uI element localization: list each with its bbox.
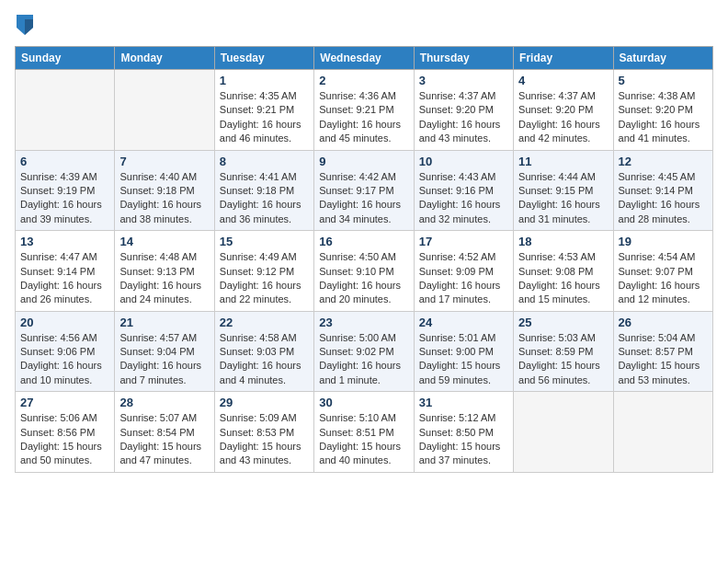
day-info: Sunrise: 4:39 AM Sunset: 9:19 PM Dayligh… bbox=[20, 170, 109, 227]
day-number: 21 bbox=[119, 316, 209, 329]
calendar-cell: 2Sunrise: 4:36 AM Sunset: 9:21 PM Daylig… bbox=[314, 70, 414, 151]
calendar-week-row: 13Sunrise: 4:47 AM Sunset: 9:14 PM Dayli… bbox=[16, 231, 713, 312]
calendar-cell: 20Sunrise: 4:56 AM Sunset: 9:06 PM Dayli… bbox=[16, 311, 115, 392]
day-info: Sunrise: 4:49 AM Sunset: 9:12 PM Dayligh… bbox=[220, 250, 309, 307]
day-info: Sunrise: 5:00 AM Sunset: 9:02 PM Dayligh… bbox=[319, 331, 408, 388]
day-info: Sunrise: 4:57 AM Sunset: 9:04 PM Dayligh… bbox=[119, 331, 209, 388]
calendar-week-row: 6Sunrise: 4:39 AM Sunset: 9:19 PM Daylig… bbox=[16, 150, 713, 231]
logo-icon bbox=[17, 15, 33, 35]
day-number: 16 bbox=[319, 235, 408, 248]
day-number: 15 bbox=[220, 235, 309, 248]
logo bbox=[15, 15, 37, 35]
calendar-cell: 26Sunrise: 5:04 AM Sunset: 8:57 PM Dayli… bbox=[613, 311, 712, 392]
day-info: Sunrise: 5:07 AM Sunset: 8:54 PM Dayligh… bbox=[119, 411, 209, 468]
day-number: 9 bbox=[319, 155, 408, 168]
day-number: 1 bbox=[220, 74, 309, 87]
day-number: 8 bbox=[220, 155, 309, 168]
weekday-header-saturday: Saturday bbox=[613, 47, 712, 70]
day-info: Sunrise: 5:06 AM Sunset: 8:56 PM Dayligh… bbox=[20, 411, 109, 468]
day-info: Sunrise: 5:10 AM Sunset: 8:51 PM Dayligh… bbox=[319, 411, 408, 468]
calendar-cell: 22Sunrise: 4:58 AM Sunset: 9:03 PM Dayli… bbox=[214, 311, 313, 392]
calendar-cell: 11Sunrise: 4:44 AM Sunset: 9:15 PM Dayli… bbox=[514, 150, 613, 231]
calendar-cell: 3Sunrise: 4:37 AM Sunset: 9:20 PM Daylig… bbox=[414, 70, 513, 151]
day-info: Sunrise: 4:44 AM Sunset: 9:15 PM Dayligh… bbox=[518, 170, 608, 227]
day-number: 25 bbox=[518, 316, 608, 329]
calendar-cell: 9Sunrise: 4:42 AM Sunset: 9:17 PM Daylig… bbox=[314, 150, 414, 231]
calendar-week-row: 27Sunrise: 5:06 AM Sunset: 8:56 PM Dayli… bbox=[16, 392, 713, 473]
day-number: 18 bbox=[518, 235, 608, 248]
calendar-cell bbox=[514, 392, 613, 473]
day-number: 30 bbox=[319, 396, 408, 409]
day-info: Sunrise: 4:50 AM Sunset: 9:10 PM Dayligh… bbox=[319, 250, 408, 307]
day-number: 5 bbox=[619, 74, 708, 87]
calendar-cell: 19Sunrise: 4:54 AM Sunset: 9:07 PM Dayli… bbox=[613, 231, 712, 312]
calendar-cell: 16Sunrise: 4:50 AM Sunset: 9:10 PM Dayli… bbox=[314, 231, 414, 312]
day-info: Sunrise: 4:54 AM Sunset: 9:07 PM Dayligh… bbox=[619, 250, 708, 307]
day-info: Sunrise: 5:04 AM Sunset: 8:57 PM Dayligh… bbox=[619, 331, 708, 388]
day-info: Sunrise: 4:52 AM Sunset: 9:09 PM Dayligh… bbox=[419, 250, 508, 307]
day-info: Sunrise: 4:48 AM Sunset: 9:13 PM Dayligh… bbox=[119, 250, 209, 307]
day-info: Sunrise: 4:47 AM Sunset: 9:14 PM Dayligh… bbox=[20, 250, 109, 307]
weekday-header-monday: Monday bbox=[115, 47, 214, 70]
page: SundayMondayTuesdayWednesdayThursdayFrid… bbox=[0, 0, 728, 563]
calendar-cell: 31Sunrise: 5:12 AM Sunset: 8:50 PM Dayli… bbox=[414, 392, 513, 473]
calendar-cell: 27Sunrise: 5:06 AM Sunset: 8:56 PM Dayli… bbox=[16, 392, 115, 473]
calendar-cell: 7Sunrise: 4:40 AM Sunset: 9:18 PM Daylig… bbox=[115, 150, 214, 231]
calendar-cell: 5Sunrise: 4:38 AM Sunset: 9:20 PM Daylig… bbox=[613, 70, 712, 151]
day-number: 27 bbox=[20, 396, 109, 409]
day-info: Sunrise: 4:37 AM Sunset: 9:20 PM Dayligh… bbox=[518, 89, 608, 146]
weekday-header-tuesday: Tuesday bbox=[214, 47, 313, 70]
day-info: Sunrise: 5:12 AM Sunset: 8:50 PM Dayligh… bbox=[419, 411, 508, 468]
day-info: Sunrise: 4:56 AM Sunset: 9:06 PM Dayligh… bbox=[20, 331, 109, 388]
weekday-header-sunday: Sunday bbox=[16, 47, 115, 70]
calendar-week-row: 20Sunrise: 4:56 AM Sunset: 9:06 PM Dayli… bbox=[16, 311, 713, 392]
day-info: Sunrise: 5:03 AM Sunset: 8:59 PM Dayligh… bbox=[518, 331, 608, 388]
day-info: Sunrise: 4:37 AM Sunset: 9:20 PM Dayligh… bbox=[419, 89, 508, 146]
day-info: Sunrise: 4:38 AM Sunset: 9:20 PM Dayligh… bbox=[619, 89, 708, 146]
calendar-cell: 1Sunrise: 4:35 AM Sunset: 9:21 PM Daylig… bbox=[214, 70, 313, 151]
calendar-cell: 4Sunrise: 4:37 AM Sunset: 9:20 PM Daylig… bbox=[514, 70, 613, 151]
day-info: Sunrise: 5:01 AM Sunset: 9:00 PM Dayligh… bbox=[419, 331, 508, 388]
calendar-cell: 29Sunrise: 5:09 AM Sunset: 8:53 PM Dayli… bbox=[214, 392, 313, 473]
day-number: 29 bbox=[220, 396, 309, 409]
day-number: 3 bbox=[419, 74, 508, 87]
day-number: 20 bbox=[20, 316, 109, 329]
calendar-cell: 13Sunrise: 4:47 AM Sunset: 9:14 PM Dayli… bbox=[16, 231, 115, 312]
calendar-cell: 24Sunrise: 5:01 AM Sunset: 9:00 PM Dayli… bbox=[414, 311, 513, 392]
weekday-header-thursday: Thursday bbox=[414, 47, 513, 70]
day-number: 11 bbox=[518, 155, 608, 168]
calendar-cell: 28Sunrise: 5:07 AM Sunset: 8:54 PM Dayli… bbox=[115, 392, 214, 473]
day-info: Sunrise: 4:43 AM Sunset: 9:16 PM Dayligh… bbox=[419, 170, 508, 227]
day-info: Sunrise: 4:40 AM Sunset: 9:18 PM Dayligh… bbox=[119, 170, 209, 227]
day-number: 7 bbox=[119, 155, 209, 168]
day-info: Sunrise: 4:35 AM Sunset: 9:21 PM Dayligh… bbox=[220, 89, 309, 146]
day-info: Sunrise: 4:53 AM Sunset: 9:08 PM Dayligh… bbox=[518, 250, 608, 307]
day-info: Sunrise: 4:45 AM Sunset: 9:14 PM Dayligh… bbox=[619, 170, 708, 227]
weekday-header-wednesday: Wednesday bbox=[314, 47, 414, 70]
header bbox=[15, 15, 713, 35]
day-number: 19 bbox=[619, 235, 708, 248]
calendar-cell bbox=[16, 70, 115, 151]
day-info: Sunrise: 4:36 AM Sunset: 9:21 PM Dayligh… bbox=[319, 89, 408, 146]
day-number: 14 bbox=[119, 235, 209, 248]
day-number: 12 bbox=[619, 155, 708, 168]
day-number: 28 bbox=[119, 396, 209, 409]
day-number: 2 bbox=[319, 74, 408, 87]
calendar-cell bbox=[613, 392, 712, 473]
day-number: 10 bbox=[419, 155, 508, 168]
calendar-cell: 12Sunrise: 4:45 AM Sunset: 9:14 PM Dayli… bbox=[613, 150, 712, 231]
day-number: 23 bbox=[319, 316, 408, 329]
day-number: 26 bbox=[619, 316, 708, 329]
day-number: 13 bbox=[20, 235, 109, 248]
calendar-cell: 17Sunrise: 4:52 AM Sunset: 9:09 PM Dayli… bbox=[414, 231, 513, 312]
calendar-cell: 21Sunrise: 4:57 AM Sunset: 9:04 PM Dayli… bbox=[115, 311, 214, 392]
day-info: Sunrise: 4:41 AM Sunset: 9:18 PM Dayligh… bbox=[220, 170, 309, 227]
weekday-header-friday: Friday bbox=[514, 47, 613, 70]
day-info: Sunrise: 4:58 AM Sunset: 9:03 PM Dayligh… bbox=[220, 331, 309, 388]
day-number: 24 bbox=[419, 316, 508, 329]
calendar-cell: 8Sunrise: 4:41 AM Sunset: 9:18 PM Daylig… bbox=[214, 150, 313, 231]
calendar-cell: 23Sunrise: 5:00 AM Sunset: 9:02 PM Dayli… bbox=[314, 311, 414, 392]
calendar-cell: 14Sunrise: 4:48 AM Sunset: 9:13 PM Dayli… bbox=[115, 231, 214, 312]
calendar-cell: 6Sunrise: 4:39 AM Sunset: 9:19 PM Daylig… bbox=[16, 150, 115, 231]
weekday-header-row: SundayMondayTuesdayWednesdayThursdayFrid… bbox=[16, 47, 713, 70]
